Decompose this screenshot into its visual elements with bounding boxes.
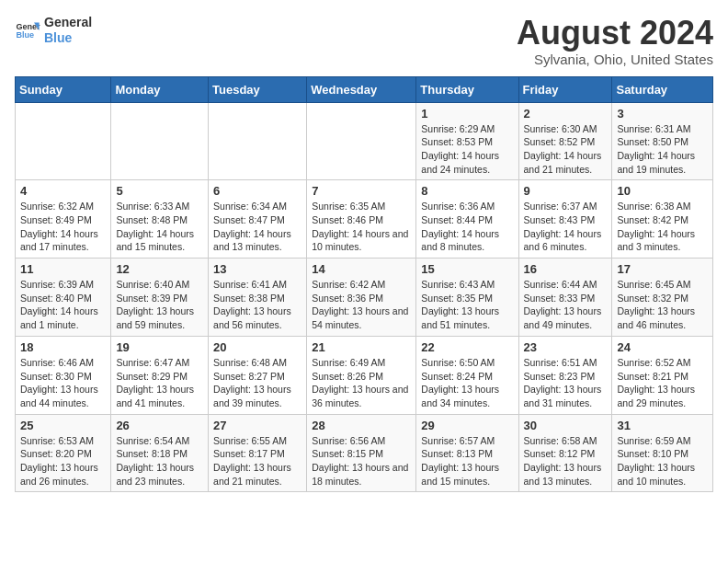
calendar-cell: 26Sunrise: 6:54 AM Sunset: 8:18 PM Dayli…	[111, 414, 209, 492]
day-info: Sunrise: 6:52 AM Sunset: 8:21 PM Dayligh…	[617, 356, 708, 410]
day-info: Sunrise: 6:44 AM Sunset: 8:33 PM Dayligh…	[524, 278, 608, 332]
calendar-cell: 6Sunrise: 6:34 AM Sunset: 8:47 PM Daylig…	[209, 180, 307, 259]
calendar-cell: 9Sunrise: 6:37 AM Sunset: 8:43 PM Daylig…	[518, 180, 612, 259]
day-info: Sunrise: 6:47 AM Sunset: 8:29 PM Dayligh…	[116, 356, 203, 410]
day-number: 28	[312, 419, 411, 432]
day-header-wednesday: Wednesday	[307, 76, 416, 102]
day-number: 18	[20, 340, 106, 354]
calendar-cell: 29Sunrise: 6:57 AM Sunset: 8:13 PM Dayli…	[416, 414, 518, 492]
calendar-week-4: 25Sunrise: 6:53 AM Sunset: 8:20 PM Dayli…	[16, 414, 713, 492]
day-number: 23	[524, 340, 608, 354]
calendar-table: SundayMondayTuesdayWednesdayThursdayFrid…	[15, 76, 713, 493]
day-info: Sunrise: 6:41 AM Sunset: 8:38 PM Dayligh…	[213, 278, 301, 332]
calendar-cell: 4Sunrise: 6:32 AM Sunset: 8:49 PM Daylig…	[16, 180, 111, 259]
day-info: Sunrise: 6:56 AM Sunset: 8:15 PM Dayligh…	[312, 434, 411, 488]
day-number: 9	[524, 184, 608, 198]
day-header-tuesday: Tuesday	[209, 76, 307, 102]
calendar-cell: 11Sunrise: 6:39 AM Sunset: 8:40 PM Dayli…	[16, 259, 111, 337]
header: General Blue General Blue August 2024 Sy…	[15, 15, 713, 67]
calendar-cell: 14Sunrise: 6:42 AM Sunset: 8:36 PM Dayli…	[307, 259, 416, 337]
calendar-cell: 13Sunrise: 6:41 AM Sunset: 8:38 PM Dayli…	[209, 259, 307, 337]
calendar-cell: 5Sunrise: 6:33 AM Sunset: 8:48 PM Daylig…	[111, 180, 209, 259]
day-number: 1	[421, 107, 513, 121]
calendar-cell: 20Sunrise: 6:48 AM Sunset: 8:27 PM Dayli…	[209, 336, 307, 414]
calendar-cell: 22Sunrise: 6:50 AM Sunset: 8:24 PM Dayli…	[416, 336, 518, 414]
calendar-cell: 28Sunrise: 6:56 AM Sunset: 8:15 PM Dayli…	[307, 414, 416, 492]
day-number: 22	[421, 340, 513, 354]
day-number: 31	[617, 419, 708, 432]
logo-line2: Blue	[44, 30, 92, 46]
day-info: Sunrise: 6:37 AM Sunset: 8:43 PM Dayligh…	[524, 200, 608, 254]
day-info: Sunrise: 6:53 AM Sunset: 8:20 PM Dayligh…	[20, 434, 106, 488]
day-number: 2	[524, 107, 608, 121]
calendar-cell: 27Sunrise: 6:55 AM Sunset: 8:17 PM Dayli…	[209, 414, 307, 492]
day-number: 7	[312, 184, 411, 198]
day-number: 10	[617, 184, 708, 198]
day-info: Sunrise: 6:29 AM Sunset: 8:53 PM Dayligh…	[421, 122, 513, 177]
logo: General Blue General Blue	[15, 15, 92, 46]
calendar-cell: 19Sunrise: 6:47 AM Sunset: 8:29 PM Dayli…	[111, 336, 209, 414]
day-info: Sunrise: 6:43 AM Sunset: 8:35 PM Dayligh…	[421, 278, 513, 332]
day-number: 6	[213, 184, 301, 198]
day-info: Sunrise: 6:34 AM Sunset: 8:47 PM Dayligh…	[213, 200, 301, 254]
day-info: Sunrise: 6:57 AM Sunset: 8:13 PM Dayligh…	[421, 434, 513, 488]
calendar-cell: 24Sunrise: 6:52 AM Sunset: 8:21 PM Dayli…	[612, 336, 713, 414]
day-number: 25	[20, 419, 106, 432]
day-number: 11	[20, 262, 106, 276]
day-info: Sunrise: 6:31 AM Sunset: 8:50 PM Dayligh…	[617, 122, 708, 177]
day-header-sunday: Sunday	[16, 76, 111, 102]
day-number: 16	[524, 262, 608, 276]
page-title: August 2024	[517, 15, 713, 52]
calendar-cell: 17Sunrise: 6:45 AM Sunset: 8:32 PM Dayli…	[612, 259, 713, 337]
calendar-cell: 1Sunrise: 6:29 AM Sunset: 8:53 PM Daylig…	[416, 102, 518, 180]
day-number: 21	[312, 340, 411, 354]
day-number: 24	[617, 340, 708, 354]
day-info: Sunrise: 6:32 AM Sunset: 8:49 PM Dayligh…	[20, 200, 106, 254]
calendar-cell: 8Sunrise: 6:36 AM Sunset: 8:44 PM Daylig…	[416, 180, 518, 259]
calendar-week-2: 11Sunrise: 6:39 AM Sunset: 8:40 PM Dayli…	[16, 259, 713, 337]
calendar-cell: 10Sunrise: 6:38 AM Sunset: 8:42 PM Dayli…	[612, 180, 713, 259]
day-info: Sunrise: 6:54 AM Sunset: 8:18 PM Dayligh…	[116, 434, 203, 488]
calendar-cell: 16Sunrise: 6:44 AM Sunset: 8:33 PM Dayli…	[518, 259, 612, 337]
calendar-body: 1Sunrise: 6:29 AM Sunset: 8:53 PM Daylig…	[16, 102, 713, 492]
day-info: Sunrise: 6:39 AM Sunset: 8:40 PM Dayligh…	[20, 278, 106, 332]
day-info: Sunrise: 6:30 AM Sunset: 8:52 PM Dayligh…	[524, 122, 608, 177]
calendar-cell: 30Sunrise: 6:58 AM Sunset: 8:12 PM Dayli…	[518, 414, 612, 492]
day-info: Sunrise: 6:46 AM Sunset: 8:30 PM Dayligh…	[20, 356, 106, 410]
day-info: Sunrise: 6:36 AM Sunset: 8:44 PM Dayligh…	[421, 200, 513, 254]
day-header-thursday: Thursday	[416, 76, 518, 102]
calendar-cell: 21Sunrise: 6:49 AM Sunset: 8:26 PM Dayli…	[307, 336, 416, 414]
calendar-cell	[111, 102, 209, 180]
day-number: 27	[213, 419, 301, 432]
day-number: 12	[116, 262, 203, 276]
calendar-cell: 23Sunrise: 6:51 AM Sunset: 8:23 PM Dayli…	[518, 336, 612, 414]
day-number: 5	[116, 184, 203, 198]
day-info: Sunrise: 6:49 AM Sunset: 8:26 PM Dayligh…	[312, 356, 411, 410]
calendar-cell: 12Sunrise: 6:40 AM Sunset: 8:39 PM Dayli…	[111, 259, 209, 337]
day-number: 14	[312, 262, 411, 276]
day-info: Sunrise: 6:40 AM Sunset: 8:39 PM Dayligh…	[116, 278, 203, 332]
calendar-cell: 15Sunrise: 6:43 AM Sunset: 8:35 PM Dayli…	[416, 259, 518, 337]
calendar-week-3: 18Sunrise: 6:46 AM Sunset: 8:30 PM Dayli…	[16, 336, 713, 414]
day-info: Sunrise: 6:48 AM Sunset: 8:27 PM Dayligh…	[213, 356, 301, 410]
day-info: Sunrise: 6:55 AM Sunset: 8:17 PM Dayligh…	[213, 434, 301, 488]
calendar-cell: 18Sunrise: 6:46 AM Sunset: 8:30 PM Dayli…	[16, 336, 111, 414]
day-header-saturday: Saturday	[612, 76, 713, 102]
calendar-header-row: SundayMondayTuesdayWednesdayThursdayFrid…	[16, 76, 713, 102]
day-number: 30	[524, 419, 608, 432]
calendar-cell: 3Sunrise: 6:31 AM Sunset: 8:50 PM Daylig…	[612, 102, 713, 180]
day-number: 15	[421, 262, 513, 276]
day-number: 3	[617, 107, 708, 121]
day-number: 26	[116, 419, 203, 432]
day-info: Sunrise: 6:58 AM Sunset: 8:12 PM Dayligh…	[524, 434, 608, 488]
day-info: Sunrise: 6:35 AM Sunset: 8:46 PM Dayligh…	[312, 200, 411, 254]
day-header-friday: Friday	[518, 76, 612, 102]
calendar-cell: 25Sunrise: 6:53 AM Sunset: 8:20 PM Dayli…	[16, 414, 111, 492]
day-number: 13	[213, 262, 301, 276]
day-info: Sunrise: 6:42 AM Sunset: 8:36 PM Dayligh…	[312, 278, 411, 332]
title-area: August 2024 Sylvania, Ohio, United State…	[517, 15, 713, 67]
logo-icon: General Blue	[15, 17, 40, 43]
logo-line1: General	[44, 15, 92, 30]
day-number: 29	[421, 419, 513, 432]
day-number: 20	[213, 340, 301, 354]
